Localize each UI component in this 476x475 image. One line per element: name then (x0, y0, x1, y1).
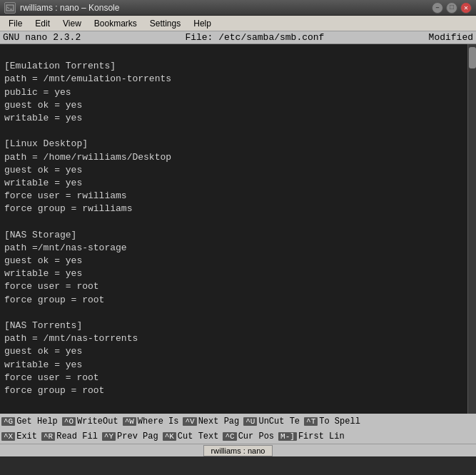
shortcut-key[interactable]: ^V (183, 417, 196, 426)
shortcut-key[interactable]: ^R (41, 432, 55, 441)
scrollbar[interactable] (467, 44, 476, 414)
shortcut-label: Where Is (138, 417, 179, 427)
shortcut-item: ^TTo Spell (304, 417, 360, 427)
taskbar: rwilliams : nano (0, 444, 476, 456)
shortcut-label: First Lin (298, 431, 345, 441)
shortcut-key[interactable]: M-] (278, 432, 297, 441)
shortcut-label: WriteOut (77, 417, 118, 427)
shortcut-label: Next Pag (198, 417, 240, 427)
nano-filename: File: /etc/samba/smb.conf (185, 32, 324, 43)
shortcut-key[interactable]: ^Y (102, 432, 116, 441)
shortcut-item: ^OWriteOut (62, 417, 118, 427)
svg-line-1 (7, 7, 9, 9)
shortcut-label: Cut Text (178, 431, 219, 441)
taskbar-item[interactable]: rwilliams : nano (203, 445, 273, 456)
title-bar: rwilliams : nano – Konsole – □ ✕ (0, 0, 476, 16)
shortcut-item: ^CCur Pos (223, 431, 274, 441)
shortcut-key[interactable]: ^U (243, 417, 257, 426)
shortcut-label: Exit (16, 431, 37, 441)
shortcut-item: ^GGet Help (1, 417, 58, 427)
editor-content[interactable]: [Emulation Torrents] path = /mnt/emulati… (0, 44, 467, 414)
shortcut-label: Prev Pag (117, 431, 158, 441)
title-bar-left: rwilliams : nano – Konsole (4, 2, 119, 14)
shortcut-label: UnCut Te (258, 417, 300, 427)
shortcut-key[interactable]: ^O (62, 417, 76, 426)
shortcut-bar-1: ^GGet Help^OWriteOut^WWhere Is^VNext Pag… (0, 414, 476, 429)
menu-bookmarks[interactable]: Bookmarks (88, 17, 143, 30)
minimize-button[interactable]: – (432, 2, 443, 14)
nano-version: GNU nano 2.3.2 (3, 32, 81, 43)
menu-bar: File Edit View Bookmarks Settings Help (0, 16, 476, 31)
editor-area[interactable]: [Emulation Torrents] path = /mnt/emulati… (0, 44, 476, 414)
shortcut-label: To Spell (319, 417, 360, 427)
shortcut-key[interactable]: ^G (1, 417, 15, 426)
window-controls: – □ ✕ (432, 2, 472, 14)
shortcut-label: Read Fil (56, 431, 98, 441)
menu-file[interactable]: File (3, 17, 28, 30)
shortcut-label: Cur Pos (238, 431, 274, 441)
shortcut-item: ^VNext Pag (183, 417, 239, 427)
shortcut-key[interactable]: ^T (304, 417, 318, 426)
terminal-icon (4, 2, 16, 14)
shortcut-item: ^UUnCut Te (243, 417, 300, 427)
menu-view[interactable]: View (57, 17, 87, 30)
close-button[interactable]: ✕ (460, 2, 472, 14)
menu-settings[interactable]: Settings (144, 17, 186, 30)
menu-edit[interactable]: Edit (29, 17, 56, 30)
window-title: rwilliams : nano – Konsole (20, 3, 119, 13)
shortcut-label: Get Help (16, 417, 58, 427)
shortcut-item: ^KCut Text (163, 431, 219, 441)
shortcut-key[interactable]: ^K (163, 432, 176, 441)
maximize-button[interactable]: □ (446, 2, 457, 14)
shortcut-key[interactable]: ^X (1, 432, 15, 441)
svg-rect-0 (6, 5, 14, 11)
shortcut-item: ^RRead Fil (41, 431, 98, 441)
shortcut-item: M-]First Lin (278, 431, 345, 441)
scroll-thumb[interactable] (469, 47, 476, 68)
shortcut-item: ^WWhere Is (123, 417, 179, 427)
shortcut-item: ^XExit (1, 431, 37, 441)
shortcut-key[interactable]: ^C (223, 432, 236, 441)
shortcut-key[interactable]: ^W (123, 417, 136, 426)
nano-header: GNU nano 2.3.2 File: /etc/samba/smb.conf… (0, 31, 476, 44)
shortcut-bar-2: ^XExit^RRead Fil^YPrev Pag^KCut Text^CCu… (0, 429, 476, 444)
shortcut-item: ^YPrev Pag (102, 431, 158, 441)
menu-help[interactable]: Help (188, 17, 217, 30)
nano-modified: Modified (429, 32, 473, 43)
